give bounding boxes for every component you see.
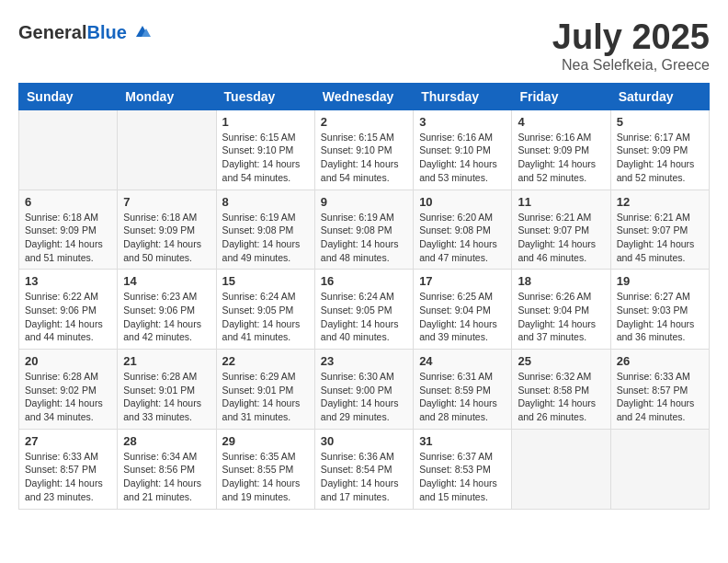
day-detail: Sunrise: 6:18 AM Sunset: 9:09 PM Dayligh… [25, 211, 111, 265]
day-number: 13 [25, 274, 111, 288]
day-number: 29 [222, 434, 309, 448]
day-detail: Sunrise: 6:30 AM Sunset: 9:00 PM Dayligh… [321, 370, 407, 424]
day-cell: 20Sunrise: 6:28 AM Sunset: 9:02 PM Dayli… [19, 350, 118, 430]
day-detail: Sunrise: 6:27 AM Sunset: 9:03 PM Dayligh… [617, 290, 703, 344]
week-row-1: 1Sunrise: 6:15 AM Sunset: 9:10 PM Daylig… [19, 109, 710, 190]
day-cell: 13Sunrise: 6:22 AM Sunset: 9:06 PM Dayli… [19, 270, 118, 350]
day-cell: 22Sunrise: 6:29 AM Sunset: 9:01 PM Dayli… [216, 350, 314, 430]
logo: GeneralBlue [18, 18, 156, 46]
day-detail: Sunrise: 6:21 AM Sunset: 9:07 PM Dayligh… [518, 211, 604, 265]
day-cell: 15Sunrise: 6:24 AM Sunset: 9:05 PM Dayli… [216, 270, 314, 350]
day-cell: 25Sunrise: 6:32 AM Sunset: 8:58 PM Dayli… [512, 350, 610, 430]
day-number: 30 [321, 434, 407, 448]
calendar-header: SundayMondayTuesdayWednesdayThursdayFrid… [19, 83, 710, 109]
day-detail: Sunrise: 6:20 AM Sunset: 9:08 PM Dayligh… [419, 211, 506, 265]
header-cell-saturday: Saturday [610, 83, 709, 109]
day-cell: 1Sunrise: 6:15 AM Sunset: 9:10 PM Daylig… [216, 109, 314, 190]
day-cell [19, 109, 118, 190]
day-cell: 27Sunrise: 6:33 AM Sunset: 8:57 PM Dayli… [19, 429, 118, 509]
day-number: 12 [617, 195, 703, 209]
day-number: 3 [419, 115, 506, 129]
day-number: 16 [321, 274, 407, 288]
day-cell: 12Sunrise: 6:21 AM Sunset: 9:07 PM Dayli… [610, 190, 709, 270]
day-number: 17 [419, 274, 506, 288]
calendar-body: 1Sunrise: 6:15 AM Sunset: 9:10 PM Daylig… [19, 109, 710, 509]
day-number: 27 [25, 434, 111, 448]
day-number: 15 [222, 274, 309, 288]
day-number: 7 [123, 195, 210, 209]
day-detail: Sunrise: 6:28 AM Sunset: 9:01 PM Dayligh… [123, 370, 210, 424]
day-number: 23 [321, 354, 407, 368]
header-row: SundayMondayTuesdayWednesdayThursdayFrid… [19, 83, 710, 109]
header-cell-tuesday: Tuesday [216, 83, 314, 109]
day-cell: 17Sunrise: 6:25 AM Sunset: 9:04 PM Dayli… [414, 270, 512, 350]
calendar-subtitle: Nea Selefkeia, Greece [552, 57, 710, 74]
day-detail: Sunrise: 6:33 AM Sunset: 8:57 PM Dayligh… [25, 450, 111, 504]
week-row-5: 27Sunrise: 6:33 AM Sunset: 8:57 PM Dayli… [19, 429, 710, 509]
day-cell: 18Sunrise: 6:26 AM Sunset: 9:04 PM Dayli… [512, 270, 610, 350]
day-cell: 19Sunrise: 6:27 AM Sunset: 9:03 PM Dayli… [610, 270, 709, 350]
day-cell: 29Sunrise: 6:35 AM Sunset: 8:55 PM Dayli… [216, 429, 314, 509]
week-row-4: 20Sunrise: 6:28 AM Sunset: 9:02 PM Dayli… [19, 350, 710, 430]
day-cell: 21Sunrise: 6:28 AM Sunset: 9:01 PM Dayli… [118, 350, 216, 430]
day-cell: 14Sunrise: 6:23 AM Sunset: 9:06 PM Dayli… [118, 270, 216, 350]
day-cell: 16Sunrise: 6:24 AM Sunset: 9:05 PM Dayli… [314, 270, 413, 350]
day-cell: 4Sunrise: 6:16 AM Sunset: 9:09 PM Daylig… [512, 109, 610, 190]
calendar-table: SundayMondayTuesdayWednesdayThursdayFrid… [18, 83, 710, 510]
day-detail: Sunrise: 6:25 AM Sunset: 9:04 PM Dayligh… [419, 290, 506, 344]
day-detail: Sunrise: 6:15 AM Sunset: 9:10 PM Dayligh… [222, 131, 309, 185]
day-cell [118, 109, 216, 190]
day-detail: Sunrise: 6:21 AM Sunset: 9:07 PM Dayligh… [617, 211, 703, 265]
day-cell: 8Sunrise: 6:19 AM Sunset: 9:08 PM Daylig… [216, 190, 314, 270]
day-detail: Sunrise: 6:23 AM Sunset: 9:06 PM Dayligh… [123, 290, 210, 344]
day-number: 28 [123, 434, 210, 448]
day-detail: Sunrise: 6:31 AM Sunset: 8:59 PM Dayligh… [419, 370, 506, 424]
day-detail: Sunrise: 6:15 AM Sunset: 9:10 PM Dayligh… [321, 131, 407, 185]
day-number: 6 [25, 195, 111, 209]
day-cell: 30Sunrise: 6:36 AM Sunset: 8:54 PM Dayli… [314, 429, 413, 509]
day-number: 14 [123, 274, 210, 288]
day-detail: Sunrise: 6:34 AM Sunset: 8:56 PM Dayligh… [123, 450, 210, 504]
day-number: 26 [617, 354, 703, 368]
day-number: 25 [518, 354, 604, 368]
day-cell: 23Sunrise: 6:30 AM Sunset: 9:00 PM Dayli… [314, 350, 413, 430]
day-number: 5 [617, 115, 703, 129]
day-cell: 6Sunrise: 6:18 AM Sunset: 9:09 PM Daylig… [19, 190, 118, 270]
calendar-title: July 2025 [552, 18, 710, 57]
day-number: 8 [222, 195, 309, 209]
day-detail: Sunrise: 6:22 AM Sunset: 9:06 PM Dayligh… [25, 290, 111, 344]
header-cell-sunday: Sunday [19, 83, 118, 109]
day-detail: Sunrise: 6:16 AM Sunset: 9:09 PM Dayligh… [518, 131, 604, 185]
day-detail: Sunrise: 6:32 AM Sunset: 8:58 PM Dayligh… [518, 370, 604, 424]
header-cell-monday: Monday [118, 83, 216, 109]
header-cell-thursday: Thursday [414, 83, 512, 109]
day-detail: Sunrise: 6:17 AM Sunset: 9:09 PM Dayligh… [617, 131, 703, 185]
day-cell: 26Sunrise: 6:33 AM Sunset: 8:57 PM Dayli… [610, 350, 709, 430]
day-cell: 2Sunrise: 6:15 AM Sunset: 9:10 PM Daylig… [314, 109, 413, 190]
day-cell: 3Sunrise: 6:16 AM Sunset: 9:10 PM Daylig… [414, 109, 512, 190]
logo-icon [129, 18, 156, 46]
day-number: 11 [518, 195, 604, 209]
day-number: 19 [617, 274, 703, 288]
day-detail: Sunrise: 6:19 AM Sunset: 9:08 PM Dayligh… [321, 211, 407, 265]
day-number: 4 [518, 115, 604, 129]
day-detail: Sunrise: 6:37 AM Sunset: 8:53 PM Dayligh… [419, 450, 506, 504]
day-number: 1 [222, 115, 309, 129]
day-detail: Sunrise: 6:29 AM Sunset: 9:01 PM Dayligh… [222, 370, 309, 424]
day-detail: Sunrise: 6:28 AM Sunset: 9:02 PM Dayligh… [25, 370, 111, 424]
day-number: 9 [321, 195, 407, 209]
day-detail: Sunrise: 6:33 AM Sunset: 8:57 PM Dayligh… [617, 370, 703, 424]
day-cell: 9Sunrise: 6:19 AM Sunset: 9:08 PM Daylig… [314, 190, 413, 270]
day-cell: 10Sunrise: 6:20 AM Sunset: 9:08 PM Dayli… [414, 190, 512, 270]
day-number: 10 [419, 195, 506, 209]
day-detail: Sunrise: 6:19 AM Sunset: 9:08 PM Dayligh… [222, 211, 309, 265]
title-block: July 2025 Nea Selefkeia, Greece [552, 18, 710, 74]
day-number: 18 [518, 274, 604, 288]
logo-text: GeneralBlue [18, 22, 127, 43]
day-detail: Sunrise: 6:24 AM Sunset: 9:05 PM Dayligh… [321, 290, 407, 344]
day-number: 22 [222, 354, 309, 368]
day-cell: 28Sunrise: 6:34 AM Sunset: 8:56 PM Dayli… [118, 429, 216, 509]
day-number: 31 [419, 434, 506, 448]
day-number: 21 [123, 354, 210, 368]
day-detail: Sunrise: 6:18 AM Sunset: 9:09 PM Dayligh… [123, 211, 210, 265]
